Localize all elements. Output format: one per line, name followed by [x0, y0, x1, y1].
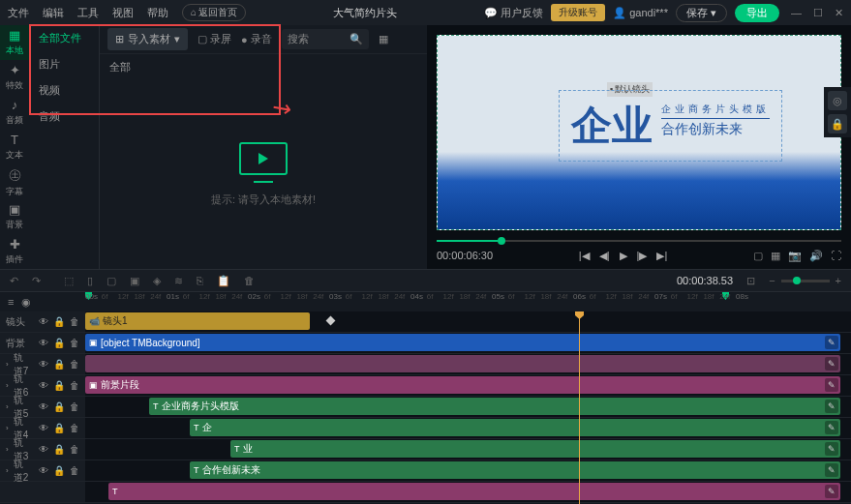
trash-icon[interactable]: 🗑	[70, 380, 79, 391]
trash-icon[interactable]: 🗑	[70, 359, 79, 370]
trash-icon[interactable]: 🗑	[70, 316, 79, 327]
lock-icon[interactable]: 🔒	[53, 316, 65, 327]
upgrade-button[interactable]: 升级账号	[551, 4, 605, 21]
eye-icon[interactable]: 👁	[39, 444, 48, 455]
lock-icon[interactable]: 🔒	[53, 444, 65, 455]
trash-icon[interactable]: 🗑	[70, 444, 79, 455]
nav-文本[interactable]: T文本	[0, 130, 29, 164]
menu-view[interactable]: 视图	[112, 6, 134, 20]
lock-icon[interactable]: 🔒	[53, 465, 65, 476]
menu-help[interactable]: 帮助	[147, 6, 168, 20]
play-button[interactable]: ▶	[620, 250, 627, 262]
clip-edit-icon[interactable]: ✎	[825, 336, 838, 349]
track-toggle-1[interactable]: ≡	[8, 296, 14, 308]
clip-shot-1[interactable]: 📹镜头1	[85, 312, 310, 330]
eye-icon[interactable]: 👁	[39, 338, 48, 348]
menu-file[interactable]: 文件	[8, 6, 29, 20]
clip-edit-icon[interactable]: ✎	[825, 400, 838, 413]
lock-icon[interactable]: 🔒	[53, 380, 65, 391]
next-frame-button[interactable]: |▶	[637, 250, 648, 262]
clip-edit-icon[interactable]: ✎	[825, 485, 838, 498]
right-tool-1[interactable]: ◎	[828, 91, 847, 110]
clip-edit-icon[interactable]: ✎	[825, 442, 838, 456]
volume-button[interactable]: 🔊	[809, 250, 823, 262]
lock-icon[interactable]: 🔒	[53, 338, 65, 348]
window-maximize[interactable]: ☐	[813, 7, 823, 19]
clip-foreground[interactable]: ▣前景片段✎	[85, 376, 840, 394]
eye-icon[interactable]: 👁	[39, 465, 48, 476]
track-toggle-2[interactable]: ◉	[21, 296, 31, 309]
back-home-button[interactable]: ⌂返回首页	[182, 4, 246, 21]
import-button[interactable]: ⊞ 导入素材 ▾	[107, 28, 188, 50]
delete-tool[interactable]: 🗑	[244, 275, 255, 286]
feedback-link[interactable]: 💬 用户反馈	[484, 6, 543, 20]
tool-a[interactable]: ▣	[130, 275, 139, 287]
nav-字幕[interactable]: ㊏字幕	[0, 164, 29, 199]
file-cat-audio[interactable]: 音频	[29, 104, 99, 130]
clip-extra[interactable]: T✎	[108, 483, 840, 500]
nav-特效[interactable]: ✦特效	[0, 60, 29, 95]
zoom-in[interactable]: +	[836, 275, 841, 286]
clip-text-3[interactable]: T业✎	[230, 440, 840, 458]
copy-tool[interactable]: ⎘	[197, 275, 203, 286]
save-button[interactable]: 保存 ▾	[676, 4, 727, 22]
lock-icon[interactable]: 🔒	[53, 401, 65, 412]
tool-b[interactable]: ◈	[153, 275, 161, 287]
clip-edit-icon[interactable]: ✎	[825, 463, 838, 477]
file-cat-video[interactable]: 视频	[29, 77, 99, 104]
eye-icon[interactable]: 👁	[39, 359, 48, 370]
window-close[interactable]: ✕	[835, 7, 843, 19]
menu-edit[interactable]: 编辑	[43, 6, 64, 20]
search-input[interactable]: 搜索🔍	[282, 29, 369, 49]
clip-text-2[interactable]: T合作创新未来✎	[190, 461, 840, 479]
clip-audio[interactable]: ✎	[85, 355, 840, 372]
fullscreen-button[interactable]: ⛶	[831, 250, 841, 262]
trash-icon[interactable]: 🗑	[70, 423, 79, 433]
snapshot-button[interactable]: 📷	[788, 250, 802, 262]
file-cat-image[interactable]: 图片	[29, 51, 99, 77]
prev-clip-button[interactable]: |◀	[579, 250, 590, 262]
window-minimize[interactable]: —	[791, 7, 802, 18]
preview-viewport[interactable]: ▪ 默认镜头 企业 企业商务片头模版 合作创新未来	[437, 35, 841, 230]
crop-tool[interactable]: ▢	[106, 275, 116, 287]
trash-icon[interactable]: 🗑	[70, 338, 79, 348]
nav-背景[interactable]: ▣背景	[0, 199, 29, 234]
menu-tool[interactable]: 工具	[77, 6, 99, 20]
ratio-button[interactable]: ▢	[753, 250, 763, 262]
nav-音频[interactable]: ♪音频	[0, 95, 29, 130]
grid-view-button[interactable]: ▦	[379, 33, 388, 45]
nav-插件[interactable]: ✚插件	[0, 234, 29, 269]
keyframe-diamond[interactable]	[326, 316, 336, 326]
pointer-tool[interactable]: ⬚	[64, 275, 74, 287]
clip-edit-icon[interactable]: ✎	[825, 378, 838, 392]
audio-record-button[interactable]: ● 录音	[241, 32, 272, 46]
nav-本地[interactable]: ▦本地	[0, 25, 29, 60]
lock-icon[interactable]: 🔒	[53, 423, 65, 433]
lock-icon[interactable]: 🔒	[53, 359, 65, 370]
time-ruler[interactable]: 00s6f12f18f24f01s6f12f18f24f02s6f12f18f2…	[85, 292, 851, 311]
clip-text-4[interactable]: T企✎	[190, 419, 840, 436]
clip-edit-icon[interactable]: ✎	[825, 421, 838, 434]
zoom-slider[interactable]	[781, 280, 830, 282]
grid-button[interactable]: ▦	[771, 250, 780, 262]
redo-button[interactable]: ↷	[32, 275, 41, 287]
clip-background[interactable]: ▣[object TMBackground]✎	[85, 334, 840, 351]
trash-icon[interactable]: 🗑	[70, 465, 79, 476]
preview-progress[interactable]	[437, 240, 841, 242]
file-cat-all[interactable]: 全部文件	[29, 25, 99, 51]
screen-record-button[interactable]: ▢ 录屏	[198, 32, 231, 46]
trash-icon[interactable]: 🗑	[70, 401, 79, 412]
user-avatar[interactable]: 👤 gandi***	[613, 7, 668, 19]
export-button[interactable]: 导出	[735, 4, 779, 22]
eye-icon[interactable]: 👁	[39, 316, 48, 327]
prev-frame-button[interactable]: ◀|	[599, 250, 610, 262]
eye-icon[interactable]: 👁	[39, 380, 48, 391]
split-tool[interactable]: ▯	[87, 275, 93, 287]
tool-c[interactable]: ≋	[174, 275, 183, 287]
clip-text-5[interactable]: T企业商务片头模版✎	[149, 398, 840, 415]
zoom-out[interactable]: −	[769, 275, 775, 286]
eye-icon[interactable]: 👁	[39, 401, 48, 412]
clip-edit-icon[interactable]: ✎	[825, 357, 838, 371]
paste-tool[interactable]: 📋	[217, 275, 230, 287]
right-tool-2[interactable]: 🔒	[828, 114, 847, 133]
